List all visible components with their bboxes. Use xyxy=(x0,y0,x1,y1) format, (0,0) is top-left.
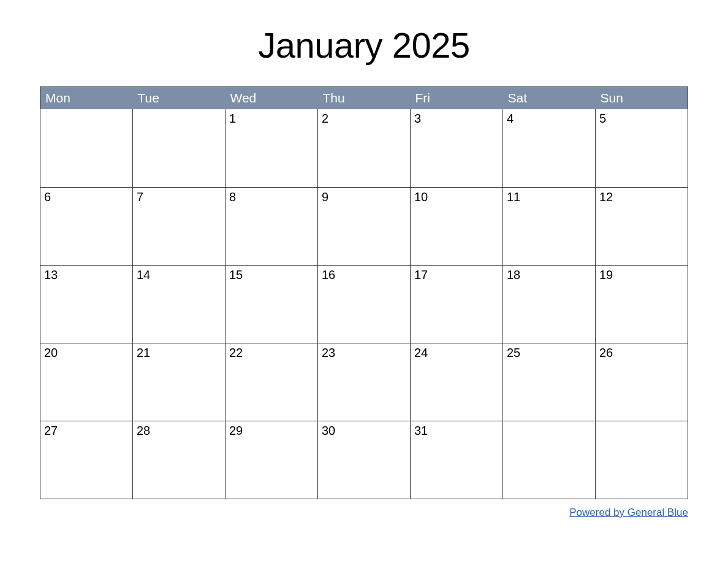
calendar-table: Mon Tue Wed Thu Fri Sat Sun 1 2 3 4 5 6 … xyxy=(40,86,688,499)
weekday-header: Thu xyxy=(318,87,411,110)
calendar-day-cell: 28 xyxy=(133,421,226,499)
calendar-day-cell: 29 xyxy=(226,421,318,499)
calendar-week-row: 1 2 3 4 5 xyxy=(40,109,688,187)
calendar-day-cell: 15 xyxy=(226,265,318,343)
calendar-day-cell: 3 xyxy=(411,109,503,187)
calendar-day-cell: 1 xyxy=(226,109,318,187)
calendar-day-cell: 14 xyxy=(133,265,226,343)
calendar-day-cell: 17 xyxy=(411,265,503,343)
calendar-day-cell: 8 xyxy=(226,187,318,265)
calendar-day-cell: 12 xyxy=(596,187,688,265)
calendar-day-cell: 4 xyxy=(503,109,596,187)
weekday-header: Mon xyxy=(40,87,133,110)
calendar-day-cell: 30 xyxy=(318,421,411,499)
calendar-day-cell: 26 xyxy=(596,343,688,421)
weekday-header: Sun xyxy=(596,87,688,110)
weekday-header: Fri xyxy=(411,87,503,110)
calendar-day-cell: 24 xyxy=(411,343,503,421)
weekday-header-row: Mon Tue Wed Thu Fri Sat Sun xyxy=(40,87,688,110)
calendar-day-cell: 7 xyxy=(133,187,226,265)
calendar-day-cell: 19 xyxy=(596,265,688,343)
weekday-header: Wed xyxy=(226,87,318,110)
weekday-header: Tue xyxy=(133,87,226,110)
calendar-week-row: 6 7 8 9 10 11 12 xyxy=(40,187,688,265)
footer: Powered by General Blue xyxy=(40,507,688,519)
calendar-day-cell: 18 xyxy=(503,265,596,343)
calendar-week-row: 13 14 15 16 17 18 19 xyxy=(40,265,688,343)
calendar-day-cell: 27 xyxy=(40,421,133,499)
calendar-day-cell: 16 xyxy=(318,265,411,343)
calendar-day-cell: 5 xyxy=(596,109,688,187)
calendar-day-cell: 20 xyxy=(40,343,133,421)
calendar-day-cell xyxy=(596,421,688,499)
calendar-title: January 2025 xyxy=(40,25,688,66)
calendar-day-cell xyxy=(40,109,133,187)
calendar-day-cell: 23 xyxy=(318,343,411,421)
calendar-day-cell: 2 xyxy=(318,109,411,187)
weekday-header: Sat xyxy=(503,87,596,110)
calendar-day-cell: 25 xyxy=(503,343,596,421)
calendar-week-row: 27 28 29 30 31 xyxy=(40,421,688,499)
calendar-day-cell xyxy=(133,109,226,187)
calendar-day-cell: 9 xyxy=(318,187,411,265)
calendar-day-cell xyxy=(503,421,596,499)
calendar-day-cell: 10 xyxy=(411,187,503,265)
calendar-day-cell: 6 xyxy=(40,187,133,265)
powered-by-link[interactable]: Powered by General Blue xyxy=(569,507,688,518)
calendar-week-row: 20 21 22 23 24 25 26 xyxy=(40,343,688,421)
calendar-day-cell: 21 xyxy=(133,343,226,421)
calendar-day-cell: 11 xyxy=(503,187,596,265)
calendar-day-cell: 13 xyxy=(40,265,133,343)
calendar-day-cell: 22 xyxy=(226,343,318,421)
calendar-day-cell: 31 xyxy=(411,421,503,499)
